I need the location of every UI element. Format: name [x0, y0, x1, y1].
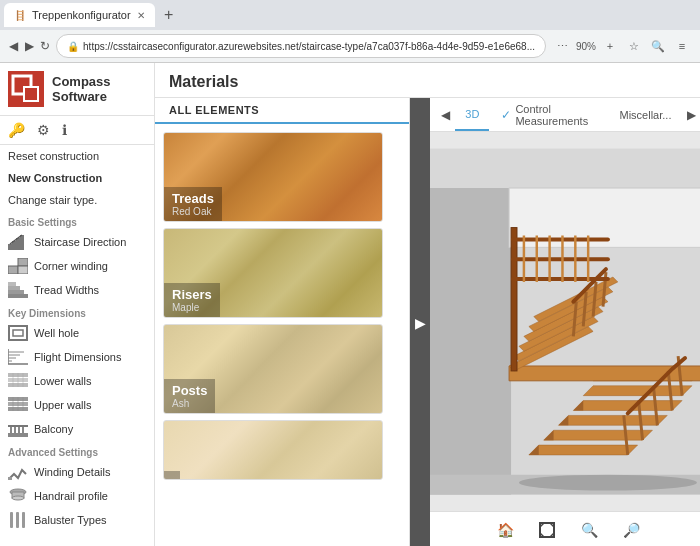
- svg-rect-44: [10, 512, 13, 528]
- logo-area: Compass Software: [0, 63, 154, 116]
- tab-3d[interactable]: 3D: [455, 98, 489, 131]
- well-hole-label: Well hole: [34, 327, 79, 339]
- svg-rect-80: [511, 237, 610, 241]
- zoom-in-icon[interactable]: +: [600, 36, 620, 56]
- material-card-posts[interactable]: Posts Ash: [163, 324, 383, 414]
- materials-header: Materials: [155, 63, 700, 98]
- settings-icon[interactable]: ⚙: [37, 122, 50, 138]
- active-tab[interactable]: 🪜 Treppenkonfigurator ✕: [4, 3, 155, 27]
- sidebar-item-tread-widths[interactable]: Tread Widths: [0, 278, 154, 302]
- check-icon: ✓: [501, 108, 511, 122]
- sidebar-item-balcony[interactable]: Balcony: [0, 417, 154, 441]
- winding-details-icon: [8, 464, 28, 480]
- svg-rect-9: [18, 266, 28, 274]
- material-card-treads[interactable]: Treads Red Oak: [163, 132, 383, 222]
- svg-rect-14: [9, 326, 27, 340]
- treads-label: Treads Red Oak: [164, 187, 222, 221]
- svg-rect-46: [22, 512, 25, 528]
- svg-marker-57: [559, 415, 668, 425]
- back-button[interactable]: ◀: [8, 35, 18, 57]
- sidebar-item-upper-walls[interactable]: Upper walls: [0, 393, 154, 417]
- tab-left-arrow[interactable]: ◀: [438, 98, 453, 131]
- logo-text: Compass Software: [52, 74, 111, 104]
- svg-marker-61: [583, 386, 692, 396]
- svg-rect-45: [16, 512, 19, 528]
- svg-rect-11: [8, 290, 24, 294]
- app-body: Compass Software 🔑 ⚙ ℹ Reset constructio…: [0, 63, 700, 546]
- svg-rect-8: [18, 258, 28, 266]
- zoom-button[interactable]: 🔍: [576, 517, 602, 543]
- browser-toolbar: ⋯ 90% + ☆ 🔍 ≡: [552, 36, 692, 56]
- svg-marker-55: [544, 430, 653, 440]
- well-hole-icon: [8, 325, 28, 341]
- winding-details-label: Winding Details: [34, 466, 110, 478]
- sidebar-item-staircase-direction[interactable]: Staircase Direction: [0, 230, 154, 254]
- svg-rect-81: [511, 257, 610, 261]
- material-card-light[interactable]: [163, 420, 383, 480]
- basic-settings-label: Basic Settings: [0, 211, 154, 230]
- logo-icon: [8, 71, 44, 107]
- bookmark-icon[interactable]: ☆: [624, 36, 644, 56]
- handrail-profile-label: Handrail profile: [34, 490, 108, 502]
- search-icon[interactable]: 🔍: [648, 36, 668, 56]
- right-arrow-icon: ▶: [415, 315, 426, 331]
- materials-list: ALL ELEMENTS Treads Red Oak: [155, 98, 410, 546]
- refresh-button[interactable]: ↻: [40, 35, 50, 57]
- menu-icon[interactable]: ≡: [672, 36, 692, 56]
- reset-construction[interactable]: Reset construction: [0, 145, 154, 167]
- svg-rect-34: [8, 433, 28, 437]
- svg-marker-53: [529, 445, 638, 455]
- view-tabs: ◀ 3D ✓ Control Measurements Miscellar...…: [430, 98, 700, 132]
- staircase-direction-icon: [8, 234, 28, 250]
- new-tab-button[interactable]: +: [157, 3, 181, 27]
- svg-rect-7: [8, 266, 18, 274]
- forward-button[interactable]: ▶: [24, 35, 34, 57]
- browser-chrome: 🪜 Treppenkonfigurator ✕ + ◀ ▶ ↻ 🔒 https:…: [0, 0, 700, 63]
- right-arrow-button[interactable]: ▶: [410, 98, 430, 546]
- tab-miscellar-label: Miscellar...: [620, 109, 672, 121]
- material-card-risers[interactable]: Risers Maple: [163, 228, 383, 318]
- baluster-types-icon: [8, 512, 28, 528]
- svg-rect-79: [511, 228, 517, 371]
- sidebar-item-well-hole[interactable]: Well hole: [0, 321, 154, 345]
- svg-rect-82: [511, 277, 610, 281]
- staircase-direction-label: Staircase Direction: [34, 236, 126, 248]
- svg-rect-10: [8, 294, 28, 298]
- sidebar-item-flight-dimensions[interactable]: Flight Dimensions: [0, 345, 154, 369]
- url-text: https://csstaircaseconfigurator.azureweb…: [83, 41, 535, 52]
- balcony-icon: [8, 421, 28, 437]
- fullscreen-button[interactable]: [534, 517, 560, 543]
- home-view-button[interactable]: 🏠: [492, 517, 518, 543]
- address-bar: ◀ ▶ ↻ 🔒 https://csstaircaseconfigurator.…: [0, 30, 700, 62]
- tab-3d-label: 3D: [465, 108, 479, 120]
- corner-winding-label: Corner winding: [34, 260, 108, 272]
- sidebar-item-handrail-profile[interactable]: Handrail profile: [0, 484, 154, 508]
- sidebar-item-lower-walls[interactable]: Lower walls: [0, 369, 154, 393]
- key-icon[interactable]: 🔑: [8, 122, 25, 138]
- all-elements-label: ALL ELEMENTS: [169, 104, 259, 116]
- light-label: [164, 471, 180, 479]
- upper-walls-icon: [8, 397, 28, 413]
- tab-miscellar[interactable]: Miscellar...: [610, 98, 682, 131]
- change-stair-type[interactable]: Change stair type.: [0, 189, 154, 211]
- info-icon[interactable]: ℹ: [62, 122, 67, 138]
- svg-point-52: [519, 475, 697, 491]
- tab-close-button[interactable]: ✕: [137, 10, 145, 21]
- url-field[interactable]: 🔒 https://csstaircaseconfigurator.azurew…: [56, 34, 546, 58]
- svg-rect-2: [24, 87, 38, 101]
- 3d-viewport[interactable]: [430, 132, 700, 511]
- tab-right-arrow[interactable]: ▶: [683, 98, 698, 131]
- sidebar-item-corner-winding[interactable]: Corner winding: [0, 254, 154, 278]
- materials-panel: Materials ALL ELEMENTS Treads Red Oak: [155, 63, 700, 546]
- lower-walls-icon: [8, 373, 28, 389]
- tab-control-measurements[interactable]: ✓ Control Measurements: [491, 98, 607, 131]
- search-view-button[interactable]: 🔎: [618, 517, 644, 543]
- new-construction[interactable]: New Construction: [0, 167, 154, 189]
- svg-rect-49: [430, 188, 511, 494]
- tab-bar: 🪜 Treppenkonfigurator ✕ +: [0, 0, 700, 30]
- stair-scene: [430, 132, 700, 511]
- sidebar-item-baluster-types[interactable]: Baluster Types: [0, 508, 154, 532]
- all-elements-tab[interactable]: ALL ELEMENTS: [155, 98, 409, 124]
- sidebar-item-winding-details[interactable]: Winding Details: [0, 460, 154, 484]
- extensions-icon[interactable]: ⋯: [552, 36, 572, 56]
